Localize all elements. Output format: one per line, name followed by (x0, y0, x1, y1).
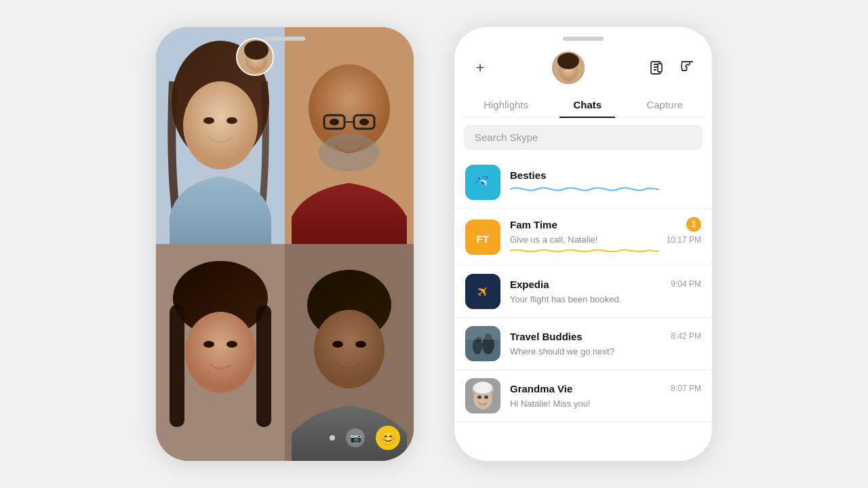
tab-capture[interactable]: Capture (633, 92, 696, 117)
chat-item-expedia[interactable]: ✈ Expedia 9:04 PM Your flight has been b… (454, 266, 712, 318)
svg-text:🐬: 🐬 (473, 173, 493, 192)
svg-point-26 (332, 341, 343, 348)
calls-icon (678, 60, 694, 76)
grandma-avatar-img (465, 378, 500, 413)
tab-chats-label: Chats (573, 99, 601, 110)
svg-point-30 (557, 53, 579, 69)
chat-body-grandma-vie: Grandma Vie 8:07 PM Hi Natalie! Miss you… (510, 383, 701, 409)
svg-point-25 (314, 310, 384, 388)
search-placeholder: Search Skype (475, 131, 538, 143)
skype-app: + (454, 27, 712, 461)
chat-name-row-grandma-vie: Grandma Vie 8:07 PM (510, 383, 701, 394)
tabs-bar: Highlights Chats Capture (461, 92, 705, 118)
chat-time-expedia: 9:04 PM (671, 279, 701, 289)
svg-point-27 (355, 341, 366, 348)
chat-name-row-besties: Besties (510, 169, 701, 181)
right-phone: + (454, 27, 712, 461)
tab-highlights-label: Highlights (484, 99, 528, 110)
svg-rect-19 (170, 305, 184, 427)
camera-icon[interactable]: 📷 (346, 428, 365, 447)
fam-time-wave (510, 247, 659, 254)
chat-name-grandma-vie: Grandma Vie (510, 383, 572, 394)
contacts-button[interactable] (644, 56, 669, 80)
svg-rect-35 (658, 64, 662, 72)
video-controls: 📷 😊 (156, 426, 414, 450)
chat-time-fam-time: 10:17 PM (667, 235, 701, 245)
chat-avatar-fam-time: FT (465, 220, 500, 255)
person2-svg (285, 27, 414, 244)
svg-rect-48 (465, 326, 500, 340)
search-bar[interactable]: Search Skype (464, 125, 703, 150)
chat-name-expedia: Expedia (510, 279, 549, 290)
chat-list: 🐬 Besties FT (454, 157, 712, 461)
chat-item-besties[interactable]: 🐬 Besties (454, 157, 712, 209)
svg-point-15 (359, 119, 369, 125)
fam-time-avatar-img: FT (465, 220, 500, 255)
svg-point-53 (477, 396, 481, 399)
calls-button[interactable] (674, 56, 698, 80)
besties-avatar-img: 🐬 (465, 165, 500, 200)
chat-time-grandma-vie: 8:07 PM (671, 384, 701, 393)
chat-preview-travel-buddies: Where should we go next? (510, 346, 614, 357)
profile-avatar[interactable] (552, 52, 585, 84)
chat-body-fam-time: Fam Time 1 Give us a call, Natalie! 10:1… (510, 217, 701, 257)
chat-name-besties: Besties (510, 169, 546, 181)
phone-notch (264, 37, 305, 41)
left-phone: 📷 😊 (156, 27, 414, 461)
chat-name-fam-time: Fam Time (510, 219, 557, 230)
svg-point-54 (484, 396, 488, 399)
add-icon: + (476, 60, 484, 76)
chat-item-travel-buddies[interactable]: Travel Buddies 8:42 PM Where should we g… (454, 318, 712, 370)
travel-buddies-avatar-img (465, 326, 500, 361)
tab-highlights[interactable]: Highlights (470, 92, 542, 117)
person2-video (285, 27, 414, 244)
svg-point-18 (185, 312, 256, 393)
fam-time-preview-row: Give us a call, Natalie! 10:17 PM (510, 235, 701, 245)
chat-name-row-fam-time: Fam Time 1 (510, 217, 701, 232)
chat-body-travel-buddies: Travel Buddies 8:42 PM Where should we g… (510, 331, 701, 357)
fam-time-badge: 1 (686, 217, 701, 232)
svg-rect-20 (256, 305, 271, 427)
contacts-icon (648, 60, 665, 76)
chat-body-expedia: Expedia 9:04 PM Your flight has been boo… (510, 279, 701, 305)
expedia-avatar-img: ✈ (465, 274, 500, 309)
svg-point-2 (183, 81, 258, 169)
chat-preview-grandma-vie: Hi Natalie! Miss you! (510, 399, 590, 409)
chat-avatar-expedia: ✈ (465, 274, 500, 309)
self-view-thumbnail (236, 38, 274, 76)
header-right-icons (644, 56, 698, 80)
chat-preview-expedia: Your flight has been booked. (510, 294, 621, 304)
add-button[interactable]: + (468, 56, 492, 80)
video-cell-person1 (156, 27, 285, 244)
chat-name-row-travel-buddies: Travel Buddies 8:42 PM (510, 331, 701, 342)
video-cell-person2 (285, 27, 414, 244)
chat-preview-fam-time: Give us a call, Natalie! (510, 235, 597, 245)
svg-point-7 (244, 41, 269, 60)
tab-capture-label: Capture (646, 99, 682, 110)
svg-point-22 (226, 341, 237, 348)
chat-name-travel-buddies: Travel Buddies (510, 331, 583, 342)
chat-avatar-besties: 🐬 (465, 165, 500, 200)
chat-item-grandma-vie[interactable]: Grandma Vie 8:07 PM Hi Natalie! Miss you… (454, 370, 712, 422)
besties-wave (510, 185, 659, 193)
chat-name-row-expedia: Expedia 9:04 PM (510, 279, 701, 290)
avatar-image (552, 52, 585, 84)
svg-point-4 (226, 117, 237, 124)
chat-avatar-travel-buddies (465, 326, 500, 361)
svg-text:FT: FT (477, 233, 489, 245)
emoji-icon: 😊 (380, 430, 397, 446)
chat-item-fam-time[interactable]: FT Fam Time 1 Give us a call, Natalie! 1… (454, 209, 712, 266)
phone-notch-right (563, 37, 604, 41)
emoji-button[interactable]: 😊 (376, 426, 400, 450)
chat-avatar-grandma-vie (465, 378, 500, 413)
control-dot-1 (330, 435, 335, 441)
svg-point-52 (473, 382, 492, 394)
chat-time-travel-buddies: 8:42 PM (671, 331, 701, 341)
fam-time-meta: 1 (686, 217, 701, 232)
video-grid (156, 27, 414, 461)
svg-point-14 (330, 119, 339, 125)
svg-point-3 (203, 117, 214, 124)
tab-chats[interactable]: Chats (559, 92, 615, 117)
chat-body-besties: Besties (510, 169, 701, 196)
svg-point-21 (203, 341, 214, 348)
